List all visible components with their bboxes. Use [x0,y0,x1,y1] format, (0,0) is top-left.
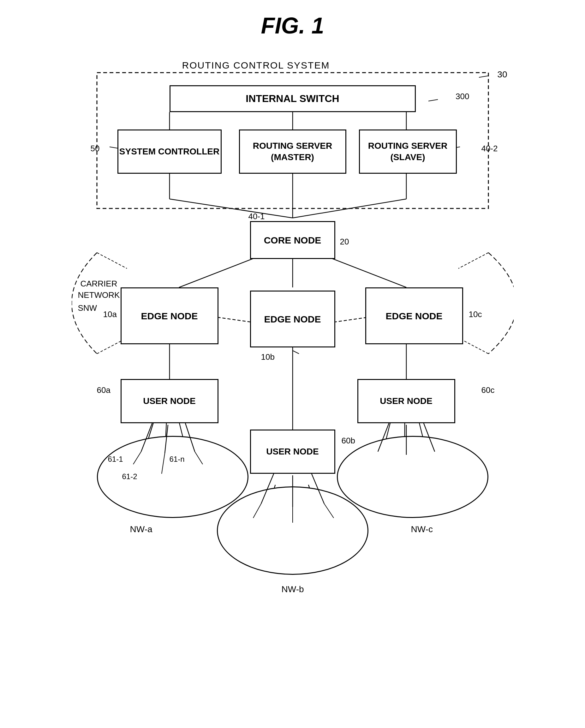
ref-10b: 10b [261,352,275,362]
svg-line-30 [479,76,488,77]
page-title: FIG. 1 [261,12,324,38]
nwa-label: NW-a [130,524,153,535]
ref-10a: 10a [103,310,117,319]
ref-40-1: 40-1 [248,212,265,222]
nwa-ellipse [97,436,248,518]
svg-line-8 [293,199,406,218]
ref-61-2: 61-2 [122,472,137,481]
user-node-c-box: USER NODE [357,379,455,423]
ref-50: 50 [90,144,100,154]
nwc-label: NW-c [411,524,433,535]
diagram-container: ROUTING CONTROL SYSTEM 30 INTERNAL SWITC… [72,51,514,707]
edge-node-a-box: EDGE NODE [121,287,218,344]
ref-60a: 60a [97,385,110,395]
internal-switch-box: INTERNAL SWITCH [169,85,416,112]
ref-60b: 60b [342,436,355,446]
edge-node-c-box: EDGE NODE [365,287,463,344]
user-node-b-box: USER NODE [250,430,335,474]
snw-label-left: SNW [78,303,97,313]
ref-20: 20 [340,237,349,247]
ref-30: 30 [497,70,507,80]
ref-10c: 10c [469,310,482,319]
svg-line-28 [458,253,488,268]
core-node-box: CORE NODE [250,221,335,259]
nwc-ellipse [337,436,488,518]
user-node-a-box: USER NODE [121,379,218,423]
svg-line-26 [97,253,127,268]
edge-node-b-box: EDGE NODE [250,291,335,347]
nwb-label: NW-b [282,584,304,594]
routing-server-master-box: ROUTING SERVER (MASTER) [239,129,346,174]
svg-line-31 [428,100,438,101]
nwb-ellipse [217,486,368,575]
ref-40-2: 40-2 [481,144,498,154]
routing-control-system-label: ROUTING CONTROL SYSTEM [182,60,330,71]
carrier-network-label: CARRIERNETWORK [78,278,120,301]
ref-60c: 60c [481,385,495,395]
ref-61-1: 61-1 [108,455,123,464]
svg-line-7 [169,199,293,218]
routing-server-slave-box: ROUTING SERVER (SLAVE) [359,129,457,174]
system-controller-box: SYSTEM CONTROLLER [117,129,222,174]
ref-61-n: 61-n [169,455,185,464]
ref-300: 300 [456,92,469,101]
svg-line-35 [293,350,299,354]
